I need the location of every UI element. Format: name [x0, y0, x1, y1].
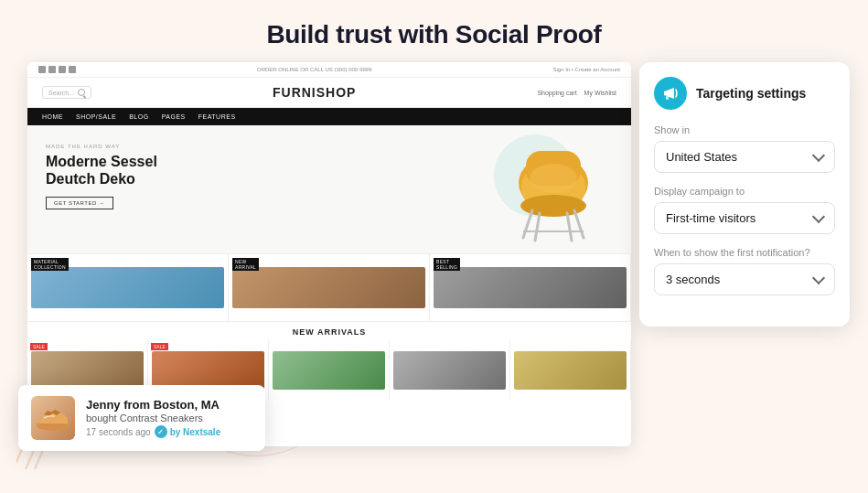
search-placeholder: Search...: [48, 90, 74, 96]
show-in-value: United States: [666, 150, 737, 164]
product-badge-2: NEWARRIVAL: [232, 258, 259, 271]
nav-home[interactable]: HOME: [42, 113, 63, 120]
display-to-value: First-time visitors: [666, 211, 755, 225]
notification-time: 17 seconds ago ✓ by Nextsale: [86, 425, 252, 438]
new-product-img-2: [152, 351, 264, 390]
megaphone-icon: [661, 84, 680, 102]
chevron-down-icon: [812, 148, 825, 161]
when-to-show-value: 3 seconds: [666, 273, 720, 286]
social-links: [38, 66, 76, 73]
product-img-3: [434, 267, 627, 308]
twitter-icon: [48, 66, 56, 73]
product-img-1: [31, 267, 224, 308]
new-product-img-4: [393, 351, 506, 390]
site-hero: MADE THE HARD WAY Moderne SesselDeutch D…: [27, 125, 631, 253]
svg-rect-11: [38, 423, 68, 427]
new-product-5: [510, 340, 631, 400]
display-to-dropdown[interactable]: First-time visitors: [654, 202, 835, 234]
chevron-down-icon-3: [812, 271, 825, 284]
site-topbar: ORDER ONLINE OR CALL US (300) 000-9999 S…: [27, 62, 631, 78]
site-search[interactable]: Search...: [42, 86, 91, 99]
panel-title: Targeting settings: [696, 86, 806, 101]
panel-header: Targeting settings: [654, 77, 835, 110]
when-to-show-label: When to show the first notification?: [654, 247, 835, 258]
notification-popup: Jenny from Boston, MA bought Contrast Sn…: [18, 385, 265, 451]
product-card-1: MATERIALCOLLECTION: [27, 254, 229, 321]
nav-blog[interactable]: BLOG: [129, 113, 148, 120]
site-header-right: Shopping cart My Wishlist: [537, 90, 616, 96]
svg-line-6: [535, 213, 540, 241]
page-heading: Build trust with Social Proof: [0, 0, 868, 62]
products-row: MATERIALCOLLECTION NEWARRIVAL BESTSELLIN…: [27, 253, 631, 321]
new-product-3: [269, 340, 390, 400]
new-arrivals-header: NEW ARRIVALS: [27, 321, 631, 340]
show-in-label: Show in: [654, 124, 835, 135]
chevron-down-icon-2: [812, 209, 825, 222]
pinterest-icon: [69, 66, 76, 73]
product-card-3: BESTSELLING: [430, 254, 631, 321]
svg-rect-13: [666, 96, 669, 100]
nav-features[interactable]: FEATURES: [198, 113, 236, 120]
targeting-panel: Targeting settings Show in United States…: [639, 62, 850, 327]
topbar-center-text: ORDER ONLINE OR CALL US (300) 000-9999: [257, 67, 372, 72]
new-product-img-3: [273, 351, 385, 390]
nextsale-badge: ✓ by Nextsale: [155, 425, 221, 438]
hero-cta-button[interactable]: GET STARTED →: [46, 197, 113, 209]
svg-line-4: [523, 210, 532, 238]
search-icon: [78, 89, 85, 96]
notification-text: Jenny from Boston, MA bought Contrast Sn…: [86, 398, 252, 438]
svg-rect-12: [664, 91, 668, 96]
site-nav: HOME SHOP/SALE BLOG PAGES FEATURES: [27, 108, 631, 125]
when-to-show-dropdown[interactable]: 3 seconds: [654, 263, 835, 295]
nextsale-text: by Nextsale: [170, 427, 221, 437]
sale-badge-1: SALE: [30, 343, 48, 350]
notification-name: Jenny from Boston, MA: [86, 398, 252, 412]
svg-line-5: [574, 210, 584, 238]
content-area: ORDER ONLINE OR CALL US (300) 000-9999 S…: [0, 62, 868, 489]
nav-pages[interactable]: PAGES: [162, 113, 186, 120]
cart-link[interactable]: Shopping cart: [537, 90, 576, 96]
nav-shopsale[interactable]: SHOP/SALE: [76, 113, 116, 120]
product-badge-1: MATERIALCOLLECTION: [31, 258, 69, 271]
display-to-label: Display campaign to: [654, 186, 835, 197]
notification-action: bought Contrast Sneakers: [86, 413, 252, 423]
sale-badge-2: SALE: [151, 343, 168, 350]
show-in-dropdown[interactable]: United States: [654, 141, 835, 173]
new-product-img-5: [514, 351, 627, 390]
notification-time-text: 17 seconds ago: [86, 427, 151, 437]
notification-product-image: [31, 396, 75, 440]
new-product-4: [390, 340, 510, 400]
check-icon: ✓: [155, 425, 167, 438]
site-logo: FURNISHOP: [273, 85, 356, 100]
product-badge-3: BESTSELLING: [434, 258, 460, 271]
wishlist-link[interactable]: My Wishlist: [584, 90, 616, 96]
product-img-2: [232, 267, 425, 308]
facebook-icon: [38, 66, 46, 73]
svg-point-9: [530, 164, 577, 193]
site-header: Search... FURNISHOP Shopping cart My Wis…: [27, 78, 631, 108]
topbar-right-text: Sign In • Create an Account: [553, 67, 620, 72]
new-product-img-1: [31, 351, 144, 390]
hero-chair-image: [503, 133, 604, 242]
instagram-icon: [59, 66, 66, 73]
panel-icon-wrapper: [654, 77, 687, 110]
product-card-2: NEWARRIVAL: [229, 254, 430, 321]
svg-line-7: [567, 213, 572, 241]
